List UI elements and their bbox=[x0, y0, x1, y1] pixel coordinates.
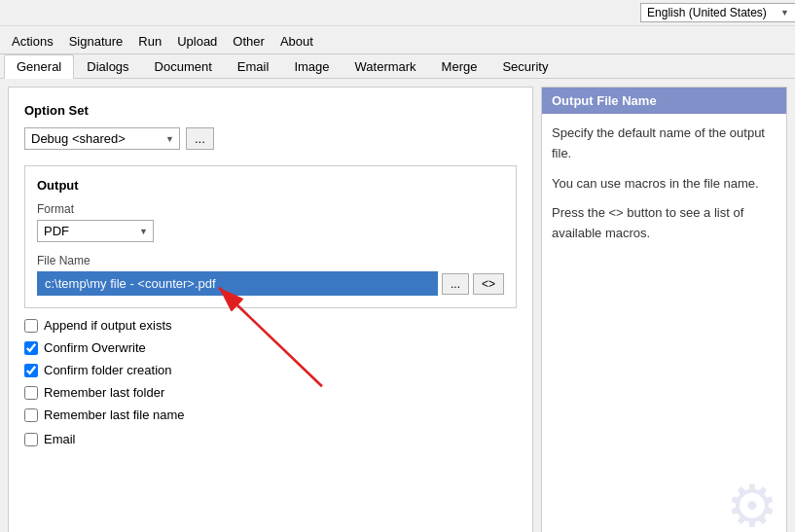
confirm-folder-checkbox[interactable] bbox=[24, 364, 38, 377]
option-set-select[interactable]: Debug <shared> bbox=[24, 127, 180, 150]
checkbox-remember-folder[interactable]: Remember last folder bbox=[24, 385, 517, 400]
tab-email[interactable]: Email bbox=[225, 54, 282, 79]
checkbox-remember-filename[interactable]: Remember last file name bbox=[24, 408, 517, 422]
checkbox-append[interactable]: Append if output exists bbox=[24, 318, 517, 333]
option-set-label: Option Set bbox=[24, 103, 517, 118]
left-panel: Option Set Debug <shared> ... Output For… bbox=[8, 87, 533, 532]
tab-merge[interactable]: Merge bbox=[429, 54, 490, 79]
checkbox-section: Append if output exists Confirm Overwrit… bbox=[24, 318, 517, 422]
format-label: Format bbox=[37, 202, 504, 216]
tab-document[interactable]: Document bbox=[142, 54, 225, 79]
email-label: Email bbox=[44, 432, 76, 446]
format-row: Format PDF bbox=[37, 202, 504, 242]
tab-dialogs[interactable]: Dialogs bbox=[74, 54, 141, 79]
filename-browse-button[interactable]: ... bbox=[442, 273, 469, 295]
tab-watermark[interactable]: Watermark bbox=[343, 54, 429, 79]
output-section: Output Format PDF File Name bbox=[24, 165, 517, 308]
confirm-overwrite-checkbox[interactable] bbox=[24, 341, 38, 355]
remember-filename-checkbox[interactable] bbox=[24, 408, 38, 422]
language-selector[interactable]: English (United States) ▼ bbox=[640, 3, 789, 22]
filename-label: File Name bbox=[37, 254, 504, 267]
option-set-select-wrapper[interactable]: Debug <shared> bbox=[24, 127, 180, 150]
tab-security[interactable]: Security bbox=[489, 54, 560, 79]
right-panel-para-3: Press the <> button to see a list of ava… bbox=[552, 203, 777, 244]
right-panel-header: Output File Name bbox=[542, 88, 786, 114]
option-set-dots-button[interactable]: ... bbox=[186, 127, 214, 150]
menu-upload[interactable]: Upload bbox=[169, 31, 225, 52]
confirm-folder-label: Confirm folder creation bbox=[44, 363, 172, 377]
tab-image[interactable]: Image bbox=[281, 54, 342, 79]
menu-run[interactable]: Run bbox=[130, 31, 169, 52]
confirm-overwrite-label: Confirm Overwrite bbox=[44, 340, 146, 355]
menu-signature[interactable]: Signature bbox=[61, 31, 131, 52]
checkbox-confirm-folder[interactable]: Confirm folder creation bbox=[24, 363, 517, 377]
output-section-title: Output bbox=[37, 178, 504, 193]
menu-about[interactable]: About bbox=[272, 31, 321, 52]
email-row[interactable]: Email bbox=[24, 432, 517, 446]
right-panel-para-2: You can use macros in the file name. bbox=[552, 174, 777, 195]
format-select-wrapper[interactable]: PDF bbox=[37, 220, 154, 242]
watermark-decoration: ⚙ bbox=[726, 472, 778, 532]
format-select[interactable]: PDF bbox=[37, 220, 154, 242]
right-panel-content: Specify the default name of the output f… bbox=[542, 114, 786, 264]
append-label: Append if output exists bbox=[44, 318, 172, 333]
remember-folder-checkbox[interactable] bbox=[24, 386, 38, 400]
app-container: English (United States) ▼ Actions Signat… bbox=[0, 0, 795, 532]
right-panel: Output File Name Specify the default nam… bbox=[541, 87, 787, 532]
filename-macro-button[interactable]: <> bbox=[473, 273, 504, 295]
checkbox-confirm-overwrite[interactable]: Confirm Overwrite bbox=[24, 340, 517, 355]
remember-folder-label: Remember last folder bbox=[44, 385, 164, 400]
append-checkbox[interactable] bbox=[24, 319, 38, 333]
remember-filename-label: Remember last file name bbox=[44, 408, 185, 422]
tab-general[interactable]: General bbox=[4, 54, 74, 79]
email-checkbox[interactable] bbox=[24, 433, 38, 446]
right-panel-para-1: Specify the default name of the output f… bbox=[552, 124, 777, 164]
filename-section: File Name ... <> bbox=[37, 254, 504, 296]
filename-row: ... <> bbox=[37, 271, 504, 296]
filename-input[interactable] bbox=[37, 271, 438, 296]
menu-other[interactable]: Other bbox=[225, 31, 272, 52]
menu-actions[interactable]: Actions bbox=[4, 31, 61, 52]
